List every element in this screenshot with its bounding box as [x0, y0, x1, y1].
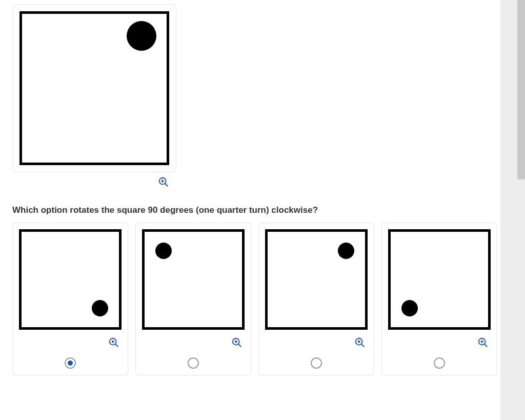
svg-line-5 — [115, 344, 118, 347]
option-radio-3[interactable] — [311, 357, 322, 369]
option-radio-1[interactable] — [65, 357, 76, 369]
svg-line-9 — [238, 344, 241, 347]
zoom-in-icon[interactable] — [158, 176, 169, 190]
option-radio-2[interactable] — [188, 357, 199, 369]
right-sidebar — [500, 0, 525, 420]
zoom-in-icon[interactable] — [477, 337, 489, 350]
svg-line-13 — [361, 344, 365, 347]
option-card-3[interactable] — [258, 223, 374, 375]
option-dot — [155, 243, 172, 259]
svg-line-17 — [484, 344, 488, 347]
reference-dot — [127, 21, 156, 51]
question-text: Which option rotates the square 90 degre… — [12, 205, 488, 215]
scrollbar-thumb[interactable] — [517, 0, 525, 179]
option-card-4[interactable] — [381, 223, 497, 375]
radio-selected-dot — [68, 361, 73, 366]
zoom-in-icon[interactable] — [354, 337, 366, 350]
square-outline — [19, 229, 122, 330]
square-outline — [388, 229, 491, 330]
option-dot — [401, 300, 418, 316]
option-dot — [92, 300, 108, 316]
option-radio-4[interactable] — [434, 357, 445, 369]
option-figure-4 — [387, 228, 492, 331]
svg-line-1 — [165, 184, 168, 187]
reference-figure — [17, 9, 172, 168]
option-figure-1 — [18, 228, 123, 331]
option-figure-2 — [141, 228, 246, 331]
zoom-in-icon[interactable] — [231, 337, 243, 350]
square-outline — [265, 229, 368, 330]
option-card-1[interactable] — [12, 223, 128, 375]
option-card-2[interactable] — [135, 223, 251, 375]
zoom-in-icon[interactable] — [108, 337, 119, 350]
option-figure-3 — [264, 228, 369, 331]
reference-figure-card — [12, 4, 176, 172]
option-dot — [338, 243, 354, 259]
options-row — [12, 223, 488, 375]
